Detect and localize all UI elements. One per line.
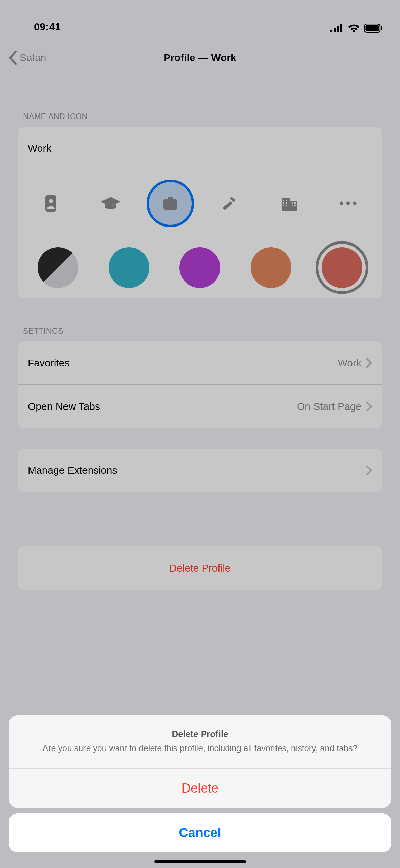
color-option-teal[interactable] <box>109 247 149 288</box>
status-bar: 09:41 <box>0 0 400 34</box>
color-picker-row <box>18 237 382 298</box>
delete-profile-label: Delete Profile <box>169 562 230 574</box>
icon-option-hammer[interactable] <box>206 180 253 227</box>
status-indicators <box>330 24 383 33</box>
color-option-purple[interactable] <box>179 247 220 288</box>
wifi-icon <box>348 24 360 33</box>
action-sheet: Delete Profile Are you sure you want to … <box>0 715 400 868</box>
color-option-default[interactable] <box>38 247 78 288</box>
ellipsis-icon: ••• <box>339 196 359 211</box>
icon-option-briefcase[interactable] <box>147 180 194 227</box>
svg-rect-20 <box>294 202 296 204</box>
chevron-right-icon <box>366 358 372 368</box>
icon-option-building[interactable] <box>266 180 313 227</box>
svg-rect-0 <box>330 30 332 32</box>
favorites-value: Work <box>338 357 361 369</box>
svg-rect-16 <box>286 202 287 204</box>
name-and-icon-card: Work ••• <box>18 127 382 298</box>
svg-rect-5 <box>366 25 379 31</box>
action-sheet-message: Are you sure you want to delete this pro… <box>26 743 374 754</box>
icon-option-graduation[interactable] <box>87 180 134 227</box>
svg-rect-15 <box>283 202 284 204</box>
profile-name-value: Work <box>28 143 51 154</box>
svg-rect-13 <box>283 200 284 201</box>
delete-profile-cell[interactable]: Delete Profile <box>18 546 382 590</box>
action-sheet-header: Delete Profile Are you sure you want to … <box>9 715 391 769</box>
manage-extensions-label: Manage Extensions <box>28 465 117 476</box>
svg-rect-21 <box>292 205 293 206</box>
svg-rect-22 <box>294 205 296 206</box>
hammer-icon <box>221 195 239 212</box>
color-option-orange[interactable] <box>251 247 291 288</box>
delete-profile-card: Delete Profile <box>18 546 382 590</box>
svg-rect-9 <box>163 199 177 210</box>
action-sheet-title: Delete Profile <box>26 729 374 739</box>
svg-rect-17 <box>283 205 284 206</box>
badge-icon <box>44 195 58 212</box>
delete-button[interactable]: Delete <box>9 769 391 808</box>
open-new-tabs-label: Open New Tabs <box>28 401 100 412</box>
battery-icon <box>364 24 383 33</box>
color-option-coral[interactable] <box>322 247 362 288</box>
profile-name-field[interactable]: Work <box>18 127 382 170</box>
action-sheet-card: Delete Profile Are you sure you want to … <box>9 715 391 808</box>
cellular-icon <box>330 24 344 32</box>
svg-point-8 <box>49 199 53 203</box>
open-new-tabs-value: On Start Page <box>297 401 361 412</box>
status-time: 09:41 <box>34 21 61 33</box>
graduation-icon <box>100 196 121 211</box>
svg-rect-14 <box>286 200 287 201</box>
home-indicator <box>154 860 246 863</box>
section-header-name-icon: NAME AND ICON <box>18 82 382 127</box>
cancel-button[interactable]: Cancel <box>9 813 391 852</box>
icon-option-badge[interactable] <box>27 180 75 227</box>
page-title: Profile — Work <box>0 52 400 64</box>
open-new-tabs-cell[interactable]: Open New Tabs On Start Page <box>18 385 382 428</box>
building-icon <box>280 196 299 211</box>
svg-rect-3 <box>340 24 342 32</box>
svg-rect-18 <box>286 205 287 206</box>
navigation-bar: Safari Profile — Work <box>0 34 400 82</box>
svg-rect-19 <box>292 202 293 204</box>
icon-picker-row: ••• <box>18 170 382 237</box>
action-sheet-cancel-card: Cancel <box>9 813 391 852</box>
extensions-card: Manage Extensions <box>18 449 382 492</box>
svg-rect-12 <box>290 201 297 211</box>
chevron-right-icon <box>366 401 372 412</box>
icon-option-more[interactable]: ••• <box>325 180 373 227</box>
favorites-label: Favorites <box>28 357 70 369</box>
settings-card: Favorites Work Open New Tabs On Start Pa… <box>18 341 382 428</box>
section-header-settings: SETTINGS <box>18 298 382 341</box>
svg-rect-10 <box>223 201 233 210</box>
svg-rect-6 <box>381 26 382 30</box>
svg-rect-2 <box>337 26 339 32</box>
svg-rect-7 <box>45 195 56 212</box>
chevron-right-icon <box>366 465 372 475</box>
briefcase-icon <box>163 197 178 210</box>
svg-rect-1 <box>334 28 336 32</box>
manage-extensions-cell[interactable]: Manage Extensions <box>18 449 382 492</box>
favorites-cell[interactable]: Favorites Work <box>18 341 382 385</box>
